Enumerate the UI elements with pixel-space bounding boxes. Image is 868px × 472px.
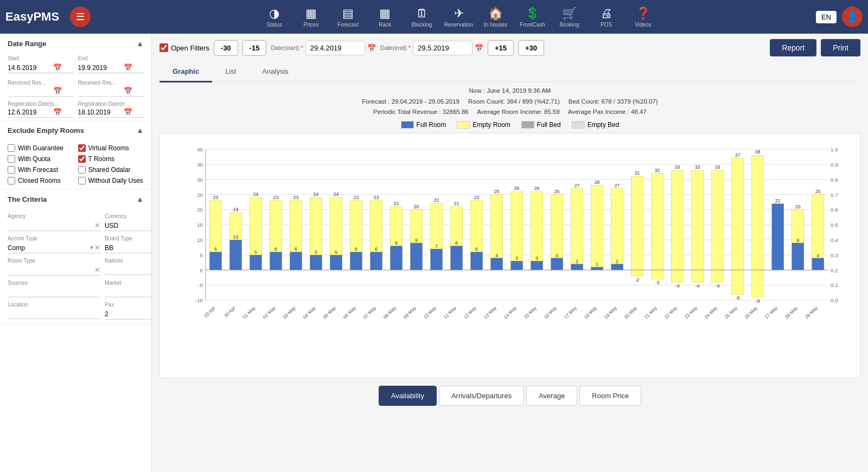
report-button[interactable]: Report xyxy=(770,39,816,56)
received-value-1[interactable] xyxy=(8,87,51,95)
open-filters-checkbox[interactable] xyxy=(159,43,168,52)
tab-list[interactable]: List xyxy=(212,62,249,82)
accom-clear-icon[interactable]: ✕ xyxy=(94,244,100,252)
calendar-icon-received2[interactable]: 📅 xyxy=(124,87,132,95)
checkbox-with_quota[interactable] xyxy=(8,155,15,163)
plus30-button[interactable]: +30 xyxy=(518,40,544,56)
exclude-empty-rooms-header[interactable]: Exclude Empty Rooms ▲ xyxy=(0,120,151,140)
chart-legend: Full Room Empty Room Full Bed Empty Bed xyxy=(159,121,860,129)
location-value[interactable] xyxy=(8,310,100,317)
sources-value[interactable] xyxy=(8,288,100,296)
agency-clear-icon[interactable]: ✕ xyxy=(94,221,100,229)
end-date-input: 📅 xyxy=(78,62,144,73)
date-range-header[interactable]: Date Range ▲ xyxy=(0,34,151,53)
print-button[interactable]: Print xyxy=(821,39,860,56)
minus15-button[interactable]: -15 xyxy=(242,40,267,56)
nations-value[interactable] xyxy=(105,266,152,273)
svg-text:24 May: 24 May xyxy=(704,305,719,320)
language-button[interactable]: EN xyxy=(816,11,837,23)
received-label-2: Received Res... xyxy=(78,80,144,86)
accom-type-value[interactable] xyxy=(8,244,89,252)
checkbox-label-t_rooms: T Rooms xyxy=(88,155,114,163)
calendar-icon-start[interactable]: 📅 xyxy=(53,63,62,72)
pax-value[interactable] xyxy=(105,310,152,318)
minus30-button[interactable]: -30 xyxy=(214,40,238,56)
svg-text:2: 2 xyxy=(576,258,578,264)
bottom-tab-arrivals-departures[interactable]: Arrivals/Departures xyxy=(439,386,524,406)
date-start-input[interactable] xyxy=(305,41,365,55)
received-value-2[interactable] xyxy=(78,87,122,95)
bottom-tab-room-price[interactable]: Room Price xyxy=(579,386,641,406)
received-input-1: 📅 xyxy=(8,86,74,97)
svg-text:23: 23 xyxy=(273,194,279,200)
user-avatar[interactable]: 👤 xyxy=(842,7,863,27)
svg-rect-110 xyxy=(510,261,522,270)
checkbox-without_daily[interactable] xyxy=(78,177,86,184)
nav-rack[interactable]: ▦ Rack xyxy=(369,7,401,28)
nav-videos[interactable]: ❓ Videos xyxy=(627,7,660,28)
checkbox-closed_rooms[interactable] xyxy=(8,177,15,184)
registration-value-2[interactable] xyxy=(78,109,122,116)
bottom-tab-average[interactable]: Average xyxy=(526,386,577,406)
calendar-icon-end[interactable]: 📅 xyxy=(124,63,132,72)
tab-analysis[interactable]: Analysis xyxy=(249,62,301,82)
currency-input: ✕ xyxy=(105,220,152,231)
checkbox-label-with_guarantee: With Guarantee xyxy=(18,144,63,152)
nav-status-label: Status xyxy=(266,22,282,28)
date-end-display: Date(end) * 📅 xyxy=(380,41,483,55)
svg-rect-175 xyxy=(772,203,784,270)
tab-graphic[interactable]: Graphic xyxy=(159,62,212,82)
svg-text:0.5: 0.5 xyxy=(831,222,838,228)
nav-inhouses[interactable]: 🏠 In houses xyxy=(480,7,512,28)
svg-rect-75 xyxy=(370,252,382,270)
svg-rect-35 xyxy=(209,252,221,270)
board-type-field: Board Type ✕ xyxy=(105,235,152,253)
calendar-icon-received1[interactable]: 📅 xyxy=(53,87,62,95)
end-date-field: End 📅 xyxy=(78,55,144,73)
calendar-icon-reg1[interactable]: 📅 xyxy=(53,108,62,116)
location-input xyxy=(8,309,100,319)
hamburger-button[interactable]: ☰ xyxy=(70,7,91,27)
nav-prices[interactable]: ▦ Prices xyxy=(295,7,328,28)
checkbox-with_guarantee[interactable] xyxy=(8,144,15,152)
svg-rect-85 xyxy=(410,243,422,270)
currency-value[interactable] xyxy=(105,222,152,229)
nav-frontcash[interactable]: 💲 FrontCash xyxy=(516,7,549,28)
svg-text:27: 27 xyxy=(615,182,620,188)
nav-reservation[interactable]: ✈ Reservation xyxy=(443,7,475,28)
svg-text:09 May: 09 May xyxy=(403,305,418,320)
room-type-clear-icon[interactable]: ✕ xyxy=(94,266,100,274)
board-type-value[interactable] xyxy=(105,244,152,252)
calendar-icon-toolbar-end[interactable]: 📅 xyxy=(475,44,483,52)
bottom-tab-availability[interactable]: Availability xyxy=(379,386,437,406)
agency-value[interactable] xyxy=(8,222,94,229)
nav-status[interactable]: ◑ Status xyxy=(258,7,291,28)
checkbox-shared_odalar[interactable] xyxy=(78,166,86,174)
registration-value-1[interactable] xyxy=(8,109,51,116)
plus15-button[interactable]: +15 xyxy=(488,40,514,56)
date-end-input[interactable] xyxy=(413,41,473,55)
checkbox-with_forecast[interactable] xyxy=(8,166,15,174)
svg-text:23: 23 xyxy=(213,194,219,200)
checkbox-virtual_rooms[interactable] xyxy=(78,144,86,152)
svg-text:24: 24 xyxy=(253,192,259,197)
nav-forecast[interactable]: ▤ Forecast xyxy=(332,7,365,28)
end-date-value[interactable] xyxy=(78,64,122,72)
open-filters-label[interactable]: Open Filters xyxy=(159,43,209,52)
nav-blocking[interactable]: 🗓 Blocking xyxy=(406,7,438,28)
checkbox-t_rooms[interactable] xyxy=(78,155,86,163)
start-date-field: Start 📅 xyxy=(8,55,74,73)
calendar-icon-toolbar-start[interactable]: 📅 xyxy=(367,44,376,52)
pos-icon: 🖨 xyxy=(601,7,612,21)
nav-booking[interactable]: 🛒 Booking xyxy=(553,7,586,28)
legend-full-room: Full Room xyxy=(401,121,446,129)
start-date-value[interactable] xyxy=(8,64,51,72)
market-value[interactable] xyxy=(105,288,152,296)
svg-text:10 May: 10 May xyxy=(423,305,438,320)
calendar-icon-reg2[interactable]: 📅 xyxy=(124,108,132,116)
room-type-value[interactable] xyxy=(8,266,94,274)
nav-pos[interactable]: 🖨 POS xyxy=(590,7,623,28)
criteria-header[interactable]: The Criteria ▲ xyxy=(0,189,151,209)
svg-text:21: 21 xyxy=(394,201,399,206)
accom-dropdown-icon[interactable]: ▼ xyxy=(89,245,94,251)
